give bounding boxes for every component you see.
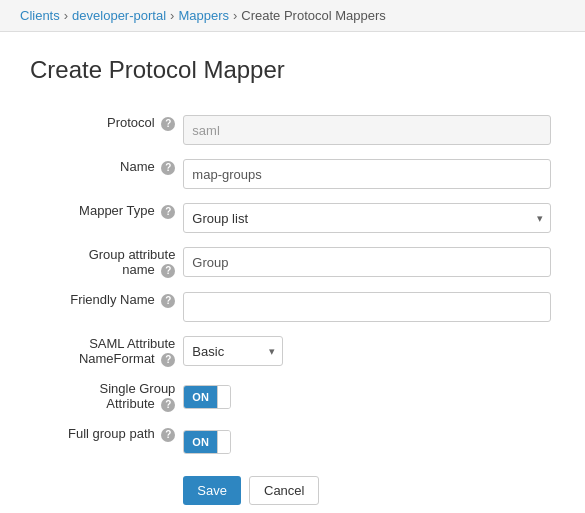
group-attr-help-icon[interactable]: ?	[161, 264, 175, 278]
protocol-help-icon[interactable]: ?	[161, 117, 175, 131]
mapper-type-select-wrapper: Group list Group membership Role list Us…	[183, 203, 551, 233]
form: Protocol ? Name ? Mapp	[30, 108, 555, 512]
main-content: Create Protocol Mapper Protocol ? Name ?	[0, 32, 585, 513]
cancel-button[interactable]: Cancel	[249, 476, 319, 505]
full-group-on-label: ON	[184, 431, 217, 453]
mapper-type-select[interactable]: Group list Group membership Role list Us…	[183, 203, 551, 233]
full-group-toggle-btn[interactable]: ON	[183, 430, 231, 454]
breadcrumb-mappers[interactable]: Mappers	[178, 8, 229, 23]
friendly-name-label: Friendly Name ?	[30, 285, 179, 329]
name-input[interactable]	[183, 159, 551, 189]
saml-attr-label: SAML Attribute NameFormat ?	[30, 329, 179, 374]
single-group-label: Single Group Attribute ?	[30, 374, 179, 419]
full-group-help-icon[interactable]: ?	[161, 428, 175, 442]
friendly-name-help-icon[interactable]: ?	[161, 294, 175, 308]
saml-attr-select[interactable]: Basic URI Reference Unspecified	[183, 336, 283, 366]
group-attr-label: Group attribute name ?	[30, 240, 179, 285]
mapper-type-label: Mapper Type ?	[30, 196, 179, 240]
page-title: Create Protocol Mapper	[30, 56, 555, 84]
single-group-toggle-btn[interactable]: ON	[183, 385, 231, 409]
form-actions: Save Cancel	[183, 476, 551, 505]
breadcrumb: Clients › developer-portal › Mappers › C…	[0, 0, 585, 32]
name-help-icon[interactable]: ?	[161, 161, 175, 175]
single-group-on-label: ON	[184, 386, 217, 408]
saml-attr-help-icon[interactable]: ?	[161, 353, 175, 367]
single-group-help-icon[interactable]: ?	[161, 398, 175, 412]
saml-attr-select-wrapper: Basic URI Reference Unspecified ▾	[183, 336, 283, 366]
breadcrumb-clients[interactable]: Clients	[20, 8, 60, 23]
mapper-type-help-icon[interactable]: ?	[161, 205, 175, 219]
breadcrumb-current: Create Protocol Mappers	[241, 8, 386, 23]
save-button[interactable]: Save	[183, 476, 241, 505]
group-attr-input[interactable]	[183, 247, 551, 277]
friendly-name-input[interactable]	[183, 292, 551, 322]
protocol-input[interactable]	[183, 115, 551, 145]
breadcrumb-developer-portal[interactable]: developer-portal	[72, 8, 166, 23]
single-group-off-side	[217, 386, 230, 408]
full-group-toggle[interactable]: ON	[183, 430, 551, 454]
full-group-off-side	[217, 431, 230, 453]
name-label: Name ?	[30, 152, 179, 196]
single-group-toggle[interactable]: ON	[183, 385, 551, 409]
protocol-label: Protocol ?	[30, 108, 179, 152]
full-group-label: Full group path ?	[30, 419, 179, 461]
